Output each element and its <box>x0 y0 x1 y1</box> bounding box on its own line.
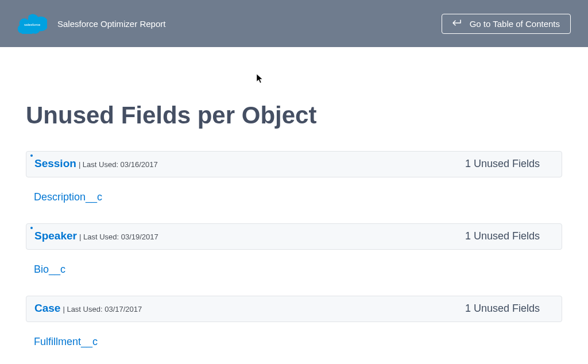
object-name-link[interactable]: Session <box>34 157 76 170</box>
object-section: Speaker | Last Used: 03/19/2017 1 Unused… <box>26 223 562 276</box>
field-link[interactable]: Fulfillment__c <box>34 336 98 348</box>
field-link[interactable]: Description__c <box>34 191 102 203</box>
page-title: Unused Fields per Object <box>26 102 562 129</box>
object-section: Session | Last Used: 03/16/2017 1 Unused… <box>26 151 562 203</box>
toc-button-label: Go to Table of Contents <box>470 19 560 29</box>
object-header-left: Speaker | Last Used: 03/19/2017 <box>34 230 158 242</box>
table-of-contents-button[interactable]: Go to Table of Contents <box>442 14 571 34</box>
bullet-icon <box>30 154 33 157</box>
object-header: Session | Last Used: 03/16/2017 1 Unused… <box>26 151 562 177</box>
object-name-link[interactable]: Speaker <box>34 230 77 242</box>
unused-fields-count: 1 Unused Fields <box>465 303 540 315</box>
header-title: Salesforce Optimizer Report <box>57 19 165 29</box>
header-left-group: salesforce Salesforce Optimizer Report <box>17 13 165 34</box>
object-header-left: Session | Last Used: 03/16/2017 <box>34 157 158 170</box>
cursor-icon <box>256 73 264 86</box>
unused-fields-count: 1 Unused Fields <box>465 158 540 170</box>
field-link[interactable]: Bio__c <box>34 264 65 276</box>
object-last-used: | Last Used: 03/19/2017 <box>79 233 158 241</box>
unused-fields-count: 1 Unused Fields <box>465 230 540 242</box>
salesforce-logo: salesforce <box>17 13 47 34</box>
svg-text:salesforce: salesforce <box>24 22 41 26</box>
object-header: Speaker | Last Used: 03/19/2017 1 Unused… <box>26 223 562 250</box>
main-content: Unused Fields per Object Session | Last … <box>0 102 588 348</box>
cloud-icon: salesforce <box>17 13 47 34</box>
object-last-used: | Last Used: 03/16/2017 <box>79 160 158 169</box>
object-name-link[interactable]: Case <box>34 302 60 315</box>
app-header: salesforce Salesforce Optimizer Report G… <box>0 0 588 47</box>
object-section: Case | Last Used: 03/17/2017 1 Unused Fi… <box>26 296 562 348</box>
bullet-icon <box>30 227 33 229</box>
object-last-used: | Last Used: 03/17/2017 <box>63 305 142 313</box>
return-icon <box>452 20 463 28</box>
object-header: Case | Last Used: 03/17/2017 1 Unused Fi… <box>26 296 562 322</box>
object-header-left: Case | Last Used: 03/17/2017 <box>34 302 142 315</box>
